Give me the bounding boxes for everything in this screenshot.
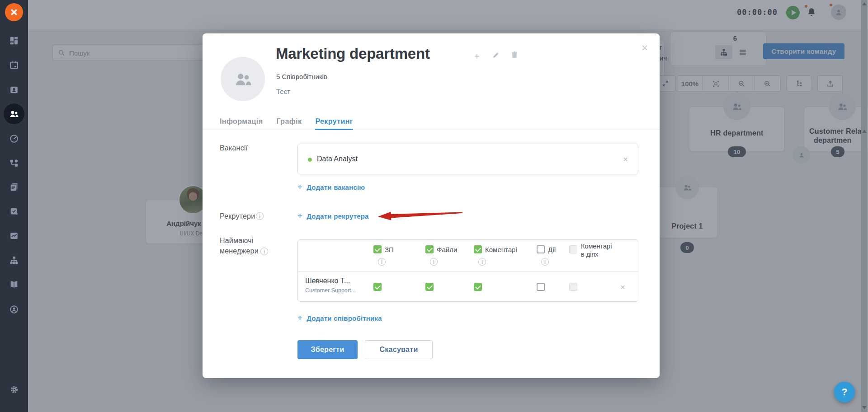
team-members-count: 5 Співробітників — [276, 73, 327, 80]
vacancies-label: Вакансії — [220, 144, 248, 152]
tab-recruiting[interactable]: Рекрутинг — [315, 117, 353, 130]
add-vacancy-link[interactable]: + Додати вакансію — [297, 183, 365, 191]
vacancy-status-dot — [308, 158, 312, 162]
column-label: Коментарі — [485, 246, 517, 253]
logo-x-icon — [9, 7, 19, 17]
recruiters-label: Рекрутери — [220, 212, 255, 220]
table-header: ЗП i Файли i Коментарі i Дії i Коментарі… — [298, 240, 638, 272]
remove-manager-icon[interactable]: × — [620, 283, 625, 291]
hiring-managers-label-1: Наймаючі — [220, 237, 253, 245]
people-icon — [232, 69, 253, 89]
column-checkbox-files[interactable] — [425, 245, 434, 253]
column-checkbox-comments[interactable] — [474, 245, 482, 253]
column-label: Дії — [548, 246, 556, 253]
dashboard-icon — [9, 36, 19, 46]
app-logo[interactable] — [5, 3, 23, 21]
row-checkbox-comments[interactable] — [474, 283, 482, 291]
gear-icon — [9, 384, 19, 395]
sidebar-item-teams-active[interactable] — [0, 104, 28, 124]
row-checkbox-salary[interactable] — [373, 283, 382, 291]
gauge-icon — [9, 134, 19, 144]
save-button[interactable]: Зберегти — [297, 340, 358, 359]
help-button[interactable]: ? — [834, 382, 855, 403]
modal-tabs: Інформація Графік Рекрутинг — [203, 117, 660, 130]
column-checkbox-salary[interactable] — [373, 245, 382, 253]
sidebar-nav — [0, 0, 28, 412]
sidebar-item-performance[interactable] — [0, 129, 28, 149]
parent-team-link[interactable]: Тест — [276, 88, 290, 95]
sidebar-item-tasks[interactable] — [0, 201, 28, 221]
app-root: Пошук 00:00:00 г ич 6 Створити команду 1… — [0, 0, 868, 412]
sidebar-item-dashboard[interactable] — [0, 31, 28, 51]
vacancy-name: Data Analyst — [317, 155, 358, 163]
task-check-icon — [9, 206, 19, 216]
sidebar-item-calendar[interactable] — [0, 55, 28, 75]
team-modal: × Marketing department + 5 Співробітникі… — [203, 33, 660, 378]
plus-icon: + — [297, 183, 302, 191]
info-icon[interactable]: i — [430, 258, 438, 266]
chart-icon — [9, 231, 19, 241]
info-icon[interactable]: i — [478, 258, 486, 266]
news-icon — [9, 182, 19, 192]
tab-information[interactable]: Інформація — [220, 117, 263, 130]
info-icon[interactable]: i — [541, 258, 549, 266]
info-icon[interactable]: i — [256, 212, 264, 220]
cancel-button[interactable]: Скасувати — [365, 340, 433, 359]
row-checkbox-action-comments — [569, 283, 577, 291]
sidebar-item-knowledge-base[interactable] — [0, 275, 28, 295]
add-icon[interactable]: + — [474, 52, 480, 62]
close-icon[interactable]: × — [642, 42, 648, 53]
sidebar-item-profile[interactable] — [0, 300, 28, 319]
managers-permissions-table: ЗП i Файли i Коментарі i Дії i Коментарі… — [297, 239, 638, 302]
column-label: Файли — [437, 246, 457, 253]
employee-card-icon — [9, 85, 19, 95]
row-checkbox-actions[interactable] — [537, 283, 545, 291]
workflow-icon — [9, 158, 19, 168]
edit-pencil-icon[interactable] — [492, 51, 500, 59]
sitemap-icon — [9, 255, 19, 265]
sidebar-item-news[interactable] — [0, 177, 28, 197]
book-icon — [9, 280, 19, 290]
hiring-managers-label-2: менеджери — [220, 247, 259, 255]
row-checkbox-files[interactable] — [425, 283, 434, 291]
info-icon[interactable]: i — [260, 248, 268, 255]
column-label: Коментарі в діях — [581, 242, 612, 258]
modal-title: Marketing department — [276, 45, 430, 62]
sidebar-item-employees[interactable] — [0, 80, 28, 100]
team-avatar — [221, 57, 265, 101]
sidebar-item-analytics[interactable] — [0, 226, 28, 246]
manager-role: Customer Support... — [305, 287, 356, 294]
calendar-icon — [9, 60, 19, 70]
info-icon[interactable]: i — [378, 258, 386, 266]
manager-name: Шевченко Т... — [305, 277, 350, 285]
remove-vacancy-icon[interactable]: × — [623, 155, 628, 164]
sidebar-item-workflows[interactable] — [0, 153, 28, 173]
annotation-arrow — [377, 208, 464, 222]
column-checkbox-action-comments — [569, 245, 577, 253]
plus-icon: + — [297, 211, 302, 220]
people-icon — [9, 108, 19, 119]
add-employee-link[interactable]: + Додати співробітника — [297, 314, 382, 322]
person-circle-icon — [9, 304, 19, 314]
column-label: ЗП — [385, 246, 394, 253]
plus-icon: + — [297, 314, 302, 322]
tab-schedule[interactable]: Графік — [276, 117, 302, 130]
delete-trash-icon[interactable] — [510, 51, 519, 59]
sidebar-item-org-structure[interactable] — [0, 250, 28, 270]
vacancy-item: Data Analyst × — [297, 144, 638, 174]
column-checkbox-actions[interactable] — [537, 245, 545, 253]
sidebar-item-settings[interactable] — [0, 379, 28, 399]
question-icon: ? — [841, 386, 847, 398]
add-recruiter-link[interactable]: + Додати рекрутера — [297, 212, 369, 220]
